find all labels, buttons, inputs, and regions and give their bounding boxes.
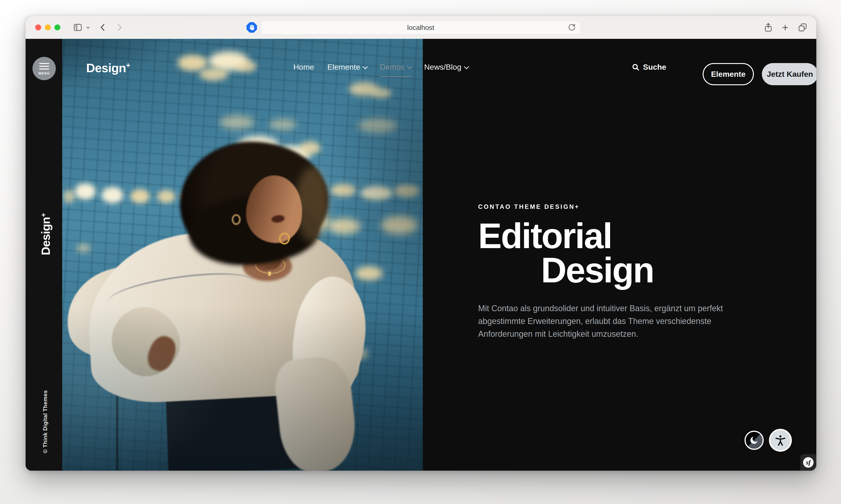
photo-shading [62, 39, 423, 471]
webpage: MENÜ Design+ © Think Digital Themes Desi… [25, 39, 816, 471]
hero-title: Editorial Design [478, 219, 654, 287]
chevron-down-icon [407, 64, 412, 69]
browser-toolbar: localhost + [25, 16, 816, 39]
address-bar[interactable]: localhost [261, 21, 581, 35]
dark-mode-toggle[interactable] [744, 431, 764, 450]
accessibility-button[interactable] [769, 429, 792, 452]
forward-button[interactable] [114, 22, 124, 33]
site-header: Design+ Home Elemente Demos News/Blog [25, 39, 816, 101]
hero-eyebrow: CONTAO THEME DESIGN+ [478, 203, 580, 211]
back-button[interactable] [98, 22, 108, 33]
desktop-background: localhost + [0, 0, 841, 504]
symfony-profiler-badge[interactable]: sf [800, 454, 816, 471]
search-label: Suche [643, 62, 666, 72]
buy-now-button[interactable]: Jetzt Kaufen [762, 63, 816, 85]
chevron-down-icon[interactable] [85, 22, 91, 33]
search-icon [632, 63, 640, 71]
chevron-down-icon [363, 64, 368, 69]
site-logo[interactable]: Design+ [86, 61, 130, 75]
share-icon[interactable] [763, 22, 773, 33]
chevron-down-icon [464, 64, 469, 69]
elemente-button[interactable]: Elemente [703, 63, 754, 85]
tab-overview-icon[interactable] [798, 22, 808, 33]
safari-window: localhost + [25, 16, 816, 471]
sidebar-toggle-icon[interactable] [73, 22, 83, 33]
minimize-window-button[interactable] [45, 24, 51, 30]
nav-item-home[interactable]: Home [293, 62, 314, 72]
symfony-logo: sf [803, 457, 813, 468]
new-tab-icon[interactable]: + [780, 22, 790, 33]
logo-plus: + [126, 61, 130, 70]
left-rail: MENÜ Design+ © Think Digital Themes [25, 39, 62, 471]
content-blocker-shield-icon[interactable] [246, 22, 257, 33]
nav-item-demos[interactable]: Demos [380, 62, 411, 72]
copyright-text: © Think Digital Themes [42, 390, 49, 453]
close-window-button[interactable] [35, 24, 41, 30]
main-navigation: Home Elemente Demos News/Blog [293, 62, 468, 72]
nav-item-news-blog[interactable]: News/Blog [424, 62, 468, 72]
address-bar-url: localhost [407, 24, 434, 32]
moon-icon [749, 435, 759, 445]
accessibility-icon [774, 434, 787, 446]
zoom-window-button[interactable] [54, 24, 60, 30]
search-button[interactable]: Suche [632, 62, 666, 72]
hero-photo [62, 39, 423, 471]
hero-description: Mit Contao als grundsolider und intuitiv… [478, 302, 743, 340]
logo-plus: + [39, 213, 47, 217]
nav-item-elemente[interactable]: Elemente [328, 62, 367, 72]
vertical-logo: Design+ [39, 213, 53, 255]
reload-icon[interactable] [567, 23, 576, 32]
